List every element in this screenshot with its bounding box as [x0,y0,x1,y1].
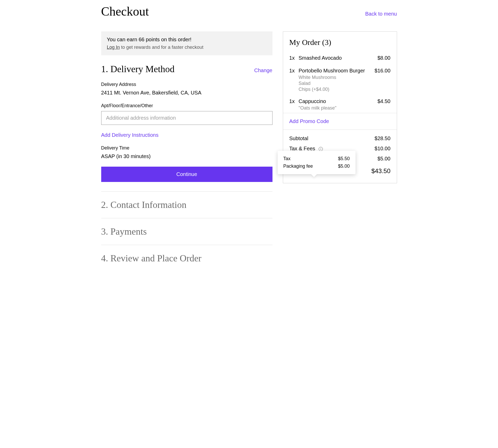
tooltip-packaging-value: $5.00 [338,164,350,169]
item-option: "Oats milk please" [299,105,370,111]
step1-header: 1. Delivery Method Change [101,64,272,74]
page-header: Checkout Back to menu [101,4,397,18]
order-item: 1xPortobello Mushroom BurgerWhite Mushro… [289,64,391,94]
points-login-text: Log In to get rewards and for a faster c… [107,45,267,50]
order-title: My Order (3) [283,38,397,51]
apt-floor-label: Apt/Floor/Entrance/Other [101,103,272,108]
delivery-time-value: ASAP (in 30 minutes) [101,153,272,159]
back-to-menu-link[interactable]: Back to menu [365,11,397,17]
add-promo-code-link[interactable]: Add Promo Code [289,118,329,124]
item-option: White Mushrooms [299,75,370,80]
add-delivery-instructions-link[interactable]: Add Delivery Instructions [101,132,159,138]
continue-button[interactable]: Continue [101,167,272,182]
page-title: Checkout [101,4,149,18]
item-main: Cappuccino"Oats milk please" [299,98,370,111]
taxfees-tooltip: Tax $5.50 Packaging fee $5.00 [278,151,356,174]
item-price: $8.00 [370,55,391,62]
delivery-time-label: Delivery Time [101,145,272,151]
item-name: Smashed Avocado [299,55,370,61]
item-qty: 1x [289,98,299,111]
divider [101,218,272,218]
step4-heading: 4. Review and Place Order [101,253,202,264]
item-main: Smashed Avocado [299,55,370,62]
divider [101,191,272,192]
login-link[interactable]: Log In [107,45,120,50]
points-banner: You can earn 66 points on this order! Lo… [101,31,272,55]
apt-floor-input[interactable] [101,111,272,125]
tooltip-tax-label: Tax [283,156,291,161]
taxfees-value: $10.00 [374,146,390,152]
item-name: Portobello Mushroom Burger [299,68,370,74]
info-icon[interactable]: i [319,147,323,151]
step1-heading: 1. Delivery Method [101,64,175,74]
deliveryfee-value: $5.00 [377,156,390,162]
points-earn-text: You can earn 66 points on this order! [107,37,267,43]
item-price: $16.00 [370,68,391,93]
order-item: 1xSmashed Avocado$8.00 [289,51,391,64]
step3-heading: 3. Payments [101,226,147,237]
tooltip-packaging-label: Packaging fee [283,164,313,169]
step2-heading: 2. Contact Information [101,199,187,210]
delivery-address-label: Delivery Address [101,82,272,87]
change-delivery-link[interactable]: Change [254,67,272,73]
order-item: 1xCappuccino"Oats milk please"$4.50 [289,94,391,113]
taxfees-label: Tax & Fees [289,146,315,151]
order-items-list: 1xSmashed Avocado$8.001xPortobello Mushr… [283,51,397,113]
item-option: Salad [299,81,370,86]
delivery-address-value: 2411 Mt. Vernon Ave, Bakersfield, CA, US… [101,90,272,96]
points-login-rest: to get rewards and for a faster checkout [120,45,203,50]
item-option: Chips (+$4.00) [299,87,370,92]
item-main: Portobello Mushroom BurgerWhite Mushroom… [299,68,370,93]
subtotal-value: $28.50 [374,135,390,141]
item-qty: 1x [289,68,299,93]
subtotal-label: Subtotal [289,135,308,141]
item-price: $4.50 [370,98,391,111]
item-name: Cappuccino [299,98,370,104]
tooltip-tax-value: $5.50 [338,156,350,161]
divider [101,245,272,245]
item-qty: 1x [289,55,299,62]
total-value: $43.50 [371,167,390,175]
